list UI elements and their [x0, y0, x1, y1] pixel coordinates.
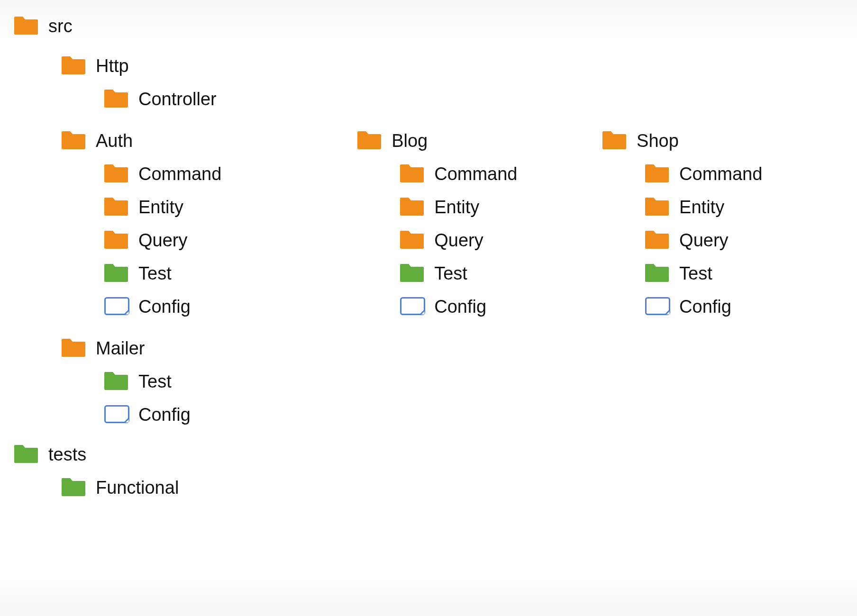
node-label: Entity [434, 197, 479, 217]
node-label: Config [138, 405, 191, 425]
tree-node-auth-test[interactable]: Test [62, 257, 357, 290]
node-label: Command [138, 164, 221, 184]
file-icon [104, 405, 128, 424]
node-label: Mailer [96, 338, 145, 359]
folder-icon [104, 198, 128, 217]
tree-node-shop-entity[interactable]: Entity [602, 190, 848, 224]
tree-node-blog-entity[interactable]: Entity [357, 190, 602, 224]
tree-node-mailer[interactable]: Mailer [9, 332, 848, 365]
node-label: Shop [637, 131, 679, 151]
node-label: Test [138, 371, 172, 392]
tree-node-shop[interactable]: Shop [602, 124, 848, 157]
folder-icon [645, 231, 669, 250]
tree-node-blog-command[interactable]: Command [357, 157, 602, 190]
folder-icon [645, 198, 669, 217]
node-label: Config [679, 297, 731, 317]
tree-node-blog[interactable]: Blog [357, 124, 602, 157]
tree-node-src[interactable]: src [9, 9, 848, 43]
node-label: Test [138, 263, 172, 284]
folder-icon [400, 264, 424, 283]
folder-icon [400, 198, 424, 217]
node-label: Http [96, 56, 129, 76]
tree-node-mailer-config[interactable]: Config [9, 398, 848, 431]
node-label: Config [434, 297, 486, 317]
folder-icon [104, 164, 128, 183]
node-label: src [48, 16, 73, 36]
folder-icon [357, 131, 381, 150]
file-icon [400, 297, 424, 316]
folder-icon [62, 478, 85, 497]
tree-node-controller[interactable]: Controller [9, 82, 848, 116]
node-label: Command [434, 164, 517, 184]
node-label: Config [138, 297, 191, 317]
tree-node-auth-config[interactable]: Config [62, 290, 357, 323]
node-label: Controller [138, 89, 217, 109]
folder-icon [400, 231, 424, 250]
tree-node-tests[interactable]: tests [9, 438, 848, 471]
tree-node-http[interactable]: Http [9, 49, 848, 82]
file-icon [104, 297, 128, 316]
node-label: Entity [679, 197, 724, 217]
tree-node-shop-query[interactable]: Query [602, 224, 848, 257]
folder-icon [104, 231, 128, 250]
folder-icon [104, 372, 128, 391]
node-label: Test [434, 263, 467, 284]
folder-icon [14, 17, 38, 36]
directory-tree: src Http Controller Auth Command Entity [0, 0, 857, 514]
folder-icon [62, 56, 85, 75]
node-label: Query [138, 230, 187, 251]
folder-icon [400, 164, 424, 183]
tree-node-shop-command[interactable]: Command [602, 157, 848, 190]
node-label: Test [679, 263, 712, 284]
tree-node-mailer-test[interactable]: Test [9, 365, 848, 398]
node-label: Query [679, 230, 728, 251]
tree-node-functional[interactable]: Functional [9, 471, 848, 504]
tree-node-auth-command[interactable]: Command [62, 157, 357, 190]
folder-icon [62, 339, 85, 358]
tree-node-blog-config[interactable]: Config [357, 290, 602, 323]
folder-icon [104, 264, 128, 283]
tree-node-blog-query[interactable]: Query [357, 224, 602, 257]
node-label: Functional [96, 478, 179, 498]
tree-node-auth-entity[interactable]: Entity [62, 190, 357, 224]
tree-node-auth-query[interactable]: Query [62, 224, 357, 257]
tree-node-blog-test[interactable]: Test [357, 257, 602, 290]
node-label: Blog [392, 131, 428, 151]
folder-icon [645, 264, 669, 283]
folder-icon [104, 90, 128, 109]
tree-node-shop-test[interactable]: Test [602, 257, 848, 290]
node-label: Auth [96, 131, 133, 151]
tree-node-auth[interactable]: Auth [62, 124, 357, 157]
node-label: Command [679, 164, 762, 184]
tree-node-shop-config[interactable]: Config [602, 290, 848, 323]
file-icon [645, 297, 669, 316]
node-label: tests [48, 444, 86, 465]
folder-icon [14, 445, 38, 464]
folder-icon [62, 131, 85, 150]
node-label: Entity [138, 197, 183, 217]
folder-icon [602, 131, 626, 150]
node-label: Query [434, 230, 483, 251]
folder-icon [645, 164, 669, 183]
